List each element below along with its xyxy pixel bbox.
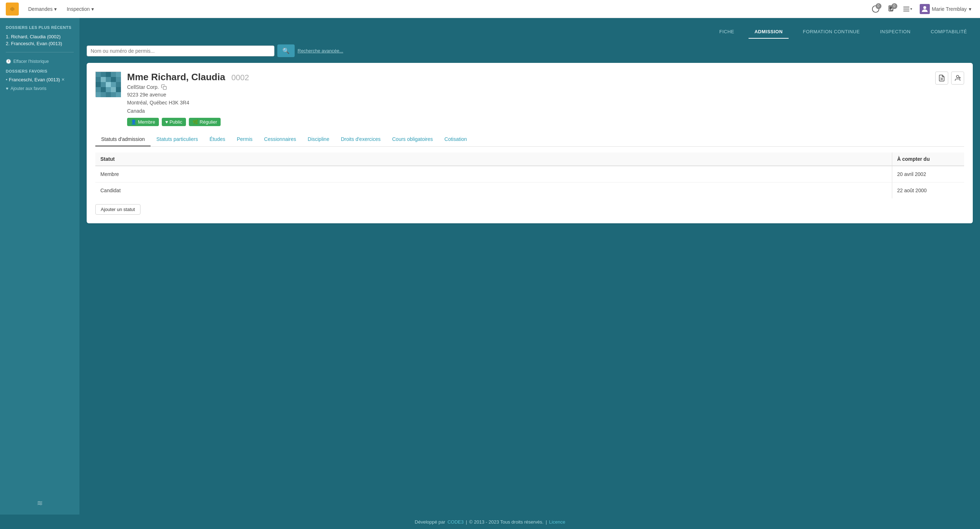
- app-logo: [6, 3, 19, 16]
- main-layout: DOSSIERS LES PLUS RÉCENTS 1. Richard, Cl…: [0, 18, 980, 515]
- clock-icon: 🕐: [6, 59, 11, 64]
- col-date-header: À compter du: [892, 153, 964, 166]
- code3-link[interactable]: CODE3: [447, 519, 464, 525]
- user-avatar: [920, 4, 930, 14]
- badge-regulier: 🌿 Régulier: [189, 118, 221, 126]
- user-chevron-icon: ▾: [969, 6, 971, 12]
- member-id: 0002: [231, 73, 249, 82]
- main-content: FICHE ADMISSION FORMATION CONTINUE INSPE…: [80, 18, 980, 515]
- remove-fav-icon[interactable]: ✕: [61, 77, 65, 82]
- public-icon: ♥: [165, 119, 168, 125]
- nav-comptabilite[interactable]: COMPTABILITÉ: [925, 25, 973, 39]
- add-member-btn[interactable]: [951, 72, 964, 84]
- sidebar-logo-bottom: ≋: [6, 499, 74, 507]
- member-company: CellStar Corp.: [127, 84, 929, 90]
- nav-inspection[interactable]: INSPECTION: [874, 25, 916, 39]
- bullet-icon: •: [6, 77, 8, 82]
- secondary-nav: FICHE ADMISSION FORMATION CONTINUE INSPE…: [87, 25, 973, 39]
- document-action-btn[interactable]: [935, 72, 948, 84]
- notification-badge: 0: [876, 3, 881, 9]
- menu-chevron-icon: ▾: [910, 7, 912, 11]
- footer: Développé par CODE3 | © 2013 - 2023 Tous…: [0, 515, 980, 529]
- membre-icon: 👤: [131, 119, 137, 125]
- member-avatar: .checker-grid { display:grid; grid-templ…: [95, 72, 121, 97]
- tab-cessionnaires[interactable]: Cessionnaires: [258, 132, 302, 147]
- tab-droits-exercices[interactable]: Droits d'exercices: [335, 132, 387, 147]
- svg-point-15: [956, 75, 959, 78]
- member-header: .checker-grid { display:grid; grid-templ…: [95, 72, 964, 126]
- table-row: Candidat 22 août 2000: [95, 182, 964, 199]
- search-button[interactable]: 🔍: [277, 45, 295, 57]
- nav-formation-continue[interactable]: FORMATION CONTINUE: [797, 25, 866, 39]
- member-address: 9223 29e avenue Montréal, Québec H3K 3R4…: [127, 91, 929, 115]
- docs-badge: 0: [891, 3, 897, 9]
- search-input[interactable]: [91, 48, 270, 54]
- sidebar-recent-item-2[interactable]: 2. Franceschi, Evan (0013): [6, 40, 74, 47]
- date-cell-1: 20 avril 2002: [892, 166, 964, 182]
- documents-btn[interactable]: 0: [885, 3, 898, 16]
- member-actions: [935, 72, 964, 84]
- chevron-down-icon: ▾: [54, 6, 57, 12]
- svg-point-11: [923, 6, 926, 9]
- sidebar-favorites-title: DOSSIERS FAVORIS: [6, 69, 74, 73]
- date-cell-2: 22 août 2000: [892, 182, 964, 199]
- sidebar-fav-item-1[interactable]: • Franceschi, Evan (0013) ✕: [6, 76, 74, 83]
- regulier-icon: 🌿: [192, 119, 198, 125]
- add-favorite-btn[interactable]: ♥ Ajouter aux favoris: [6, 86, 74, 91]
- copy-company-icon[interactable]: [161, 84, 167, 90]
- statut-cell-1: Membre: [95, 166, 892, 182]
- advanced-search-link[interactable]: Recherche avancée...: [298, 48, 343, 54]
- heart-icon: ♥: [6, 86, 8, 91]
- nav-fiche[interactable]: FICHE: [714, 25, 740, 39]
- menu-btn[interactable]: ▾: [901, 3, 914, 16]
- chevron-down-icon: ▾: [91, 6, 94, 12]
- clear-history-btn[interactable]: 🕐 Effacer l'historique: [6, 59, 74, 64]
- tab-statuts-admission[interactable]: Statuts d'admission: [95, 132, 151, 147]
- licence-link[interactable]: Licence: [549, 519, 565, 525]
- member-badges: 👤 Membre ♥ Public 🌿 Régulier: [127, 118, 929, 126]
- admission-tabs: Statuts d'admission Statuts particuliers…: [95, 132, 964, 147]
- user-menu[interactable]: Marie Tremblay ▾: [917, 3, 974, 16]
- badge-membre: 👤 Membre: [127, 118, 159, 126]
- member-card: .checker-grid { display:grid; grid-templ…: [87, 63, 973, 223]
- tab-permis[interactable]: Permis: [231, 132, 259, 147]
- badge-public: ♥ Public: [162, 118, 186, 126]
- notifications-btn[interactable]: 0: [869, 3, 882, 16]
- tab-discipline[interactable]: Discipline: [302, 132, 335, 147]
- sidebar: DOSSIERS LES PLUS RÉCENTS 1. Richard, Cl…: [0, 18, 80, 515]
- svg-rect-12: [163, 86, 167, 89]
- member-full-name: Mme Richard, Claudia 0002: [127, 72, 929, 83]
- table-row: Membre 20 avril 2002: [95, 166, 964, 182]
- sidebar-recent-title: DOSSIERS LES PLUS RÉCENTS: [6, 25, 74, 30]
- top-nav: Demandes ▾ Inspection ▾ 0 0 ▾ Marie Trem…: [0, 0, 980, 18]
- sidebar-recent-item-1[interactable]: 1. Richard, Claudia (0002): [6, 33, 74, 40]
- tab-cotisation[interactable]: Cotisation: [439, 132, 473, 147]
- user-name: Marie Tremblay: [932, 6, 967, 12]
- tab-cours-obligatoires[interactable]: Cours obligatoires: [387, 132, 439, 147]
- add-status-button[interactable]: Ajouter un statut: [95, 204, 140, 215]
- statuts-table: Statut À compter du Membre 20 avril 2002…: [95, 153, 964, 198]
- tab-etudes[interactable]: Études: [204, 132, 231, 147]
- search-bar: 🔍 Recherche avancée...: [87, 45, 973, 57]
- nav-admission[interactable]: ADMISSION: [749, 25, 788, 39]
- nav-inspection[interactable]: Inspection ▾: [63, 3, 97, 15]
- member-info: Mme Richard, Claudia 0002 CellStar Corp.: [127, 72, 929, 126]
- col-statut-header: Statut: [95, 153, 892, 166]
- search-input-wrapper: [87, 46, 274, 56]
- statut-cell-2: Candidat: [95, 182, 892, 199]
- member-salutation: Mme: [127, 72, 151, 82]
- tab-statuts-particuliers[interactable]: Statuts particuliers: [151, 132, 204, 147]
- nav-demandes[interactable]: Demandes ▾: [25, 3, 60, 15]
